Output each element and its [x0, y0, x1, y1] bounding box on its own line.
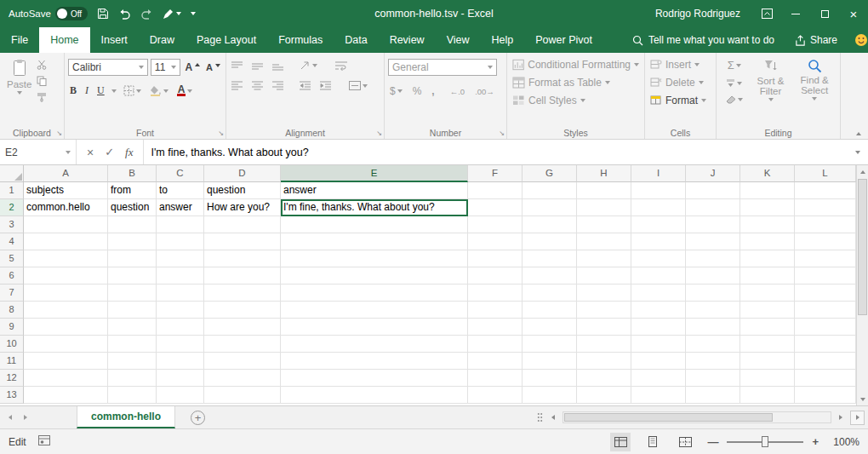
cell-G10[interactable]	[523, 336, 577, 353]
column-header-B[interactable]: B	[108, 165, 157, 182]
merge-center-button[interactable]	[347, 79, 369, 92]
borders-button[interactable]	[122, 83, 143, 98]
cell-C1[interactable]: to	[157, 182, 204, 199]
cell-J7[interactable]	[686, 284, 740, 302]
column-header-J[interactable]: J	[686, 165, 740, 182]
normal-view-button[interactable]	[610, 433, 631, 451]
row-header-3[interactable]: 3	[0, 216, 24, 233]
cell-C9[interactable]	[157, 319, 204, 336]
cell-J8[interactable]	[686, 302, 740, 319]
cell-H9[interactable]	[577, 319, 631, 336]
cell-G11[interactable]	[523, 353, 577, 370]
collapse-ribbon-icon[interactable]	[856, 132, 861, 135]
zoom-slider[interactable]	[727, 441, 803, 443]
tab-insert[interactable]: Insert	[90, 27, 139, 53]
column-header-L[interactable]: L	[795, 165, 856, 182]
font-name-select[interactable]: Calibri	[68, 59, 148, 76]
redo-button[interactable]	[140, 9, 153, 20]
column-header-E[interactable]: E	[281, 165, 468, 182]
middle-align-button[interactable]	[250, 60, 265, 72]
insert-cells-button[interactable]: Insert	[648, 55, 712, 73]
tab-view[interactable]: View	[436, 27, 481, 53]
cell-I9[interactable]	[631, 319, 686, 336]
cell-L8[interactable]	[795, 302, 856, 319]
cell-D7[interactable]	[204, 284, 281, 302]
increase-decimal-button[interactable]: ←.0	[448, 85, 466, 98]
column-header-F[interactable]: F	[468, 165, 523, 182]
cell-L1[interactable]	[795, 182, 856, 199]
row-header-10[interactable]: 10	[0, 336, 24, 353]
copy-button[interactable]	[35, 74, 49, 88]
autosave-toggle[interactable]: AutoSave Off	[9, 7, 88, 20]
cell-F2[interactable]	[468, 199, 523, 216]
cell-F11[interactable]	[468, 353, 523, 370]
feedback-button[interactable]	[848, 27, 868, 53]
cell-J6[interactable]	[686, 267, 740, 284]
cell-A6[interactable]	[24, 267, 108, 284]
cell-H12[interactable]	[577, 370, 631, 387]
cell-C12[interactable]	[157, 370, 204, 387]
cell-J1[interactable]	[686, 182, 740, 199]
cell-D4[interactable]	[204, 233, 281, 250]
cell-F13[interactable]	[468, 387, 523, 404]
sheet-tab-common-hello[interactable]: common-hello	[77, 406, 175, 428]
cell-A10[interactable]	[24, 336, 108, 353]
cell-E9[interactable]	[281, 319, 468, 336]
increase-font-size-button[interactable]: A	[183, 60, 202, 75]
cell-I6[interactable]	[631, 267, 686, 284]
underline-button[interactable]: U	[95, 83, 106, 99]
cell-C8[interactable]	[157, 302, 204, 319]
user-name[interactable]: Rodrigo Rodriguez	[655, 8, 740, 20]
cell-E3[interactable]	[281, 216, 468, 233]
cell-A1[interactable]: subjects	[24, 182, 108, 199]
scroll-right-icon[interactable]	[834, 411, 848, 424]
cell-A2[interactable]: common.hello	[24, 199, 108, 216]
sort-filter-button[interactable]: Sort & Filter	[749, 55, 793, 106]
cell-G13[interactable]	[523, 387, 577, 404]
zoom-out-button[interactable]: —	[707, 435, 718, 448]
select-all-corner[interactable]	[0, 165, 24, 182]
cell-A9[interactable]	[24, 319, 108, 336]
row-header-4[interactable]: 4	[0, 233, 24, 250]
cell-K13[interactable]	[740, 387, 795, 404]
cell-H1[interactable]	[577, 182, 631, 199]
cell-K9[interactable]	[740, 319, 795, 336]
bottom-align-button[interactable]	[271, 60, 285, 72]
cell-H4[interactable]	[577, 233, 631, 250]
scroll-right-edge-icon[interactable]	[850, 411, 865, 425]
row-header-12[interactable]: 12	[0, 370, 24, 387]
name-box[interactable]: E2	[0, 140, 77, 164]
cell-G12[interactable]	[523, 370, 577, 387]
page-break-view-button[interactable]	[675, 433, 695, 451]
zoom-in-button[interactable]: +	[812, 435, 819, 448]
tab-home[interactable]: Home	[39, 27, 89, 53]
formula-input[interactable]: I'm fine, thanks. What about you?	[144, 140, 848, 164]
cell-F1[interactable]	[468, 182, 523, 199]
cell-E7[interactable]	[281, 284, 468, 302]
font-size-select[interactable]: 11	[151, 59, 181, 76]
tab-splitter-handle[interactable]	[537, 412, 543, 423]
italic-button[interactable]: I	[83, 83, 90, 99]
font-color-button[interactable]: A	[175, 83, 195, 98]
cell-D6[interactable]	[204, 267, 281, 284]
cell-K6[interactable]	[740, 267, 795, 284]
horizontal-scrollbar[interactable]	[543, 406, 868, 428]
ribbon-display-options-button[interactable]	[752, 0, 781, 27]
cell-G1[interactable]	[523, 182, 577, 199]
cell-E2[interactable]: I'm fine, thanks. What about you?	[281, 199, 468, 216]
cell-I7[interactable]	[631, 284, 686, 302]
cell-I13[interactable]	[631, 387, 686, 404]
next-sheet-icon[interactable]	[24, 415, 27, 420]
cell-E8[interactable]	[281, 302, 468, 319]
row-header-2[interactable]: 2	[0, 199, 24, 216]
cell-D13[interactable]	[204, 387, 281, 404]
cell-J11[interactable]	[686, 353, 740, 370]
cell-H3[interactable]	[577, 216, 631, 233]
clipboard-dialog-launcher-icon[interactable]: ↘	[56, 129, 62, 138]
cell-I10[interactable]	[631, 336, 686, 353]
cell-J10[interactable]	[686, 336, 740, 353]
row-header-9[interactable]: 9	[0, 319, 24, 336]
cell-D5[interactable]	[204, 250, 281, 267]
cell-C10[interactable]	[157, 336, 204, 353]
tab-help[interactable]: Help	[481, 27, 525, 53]
